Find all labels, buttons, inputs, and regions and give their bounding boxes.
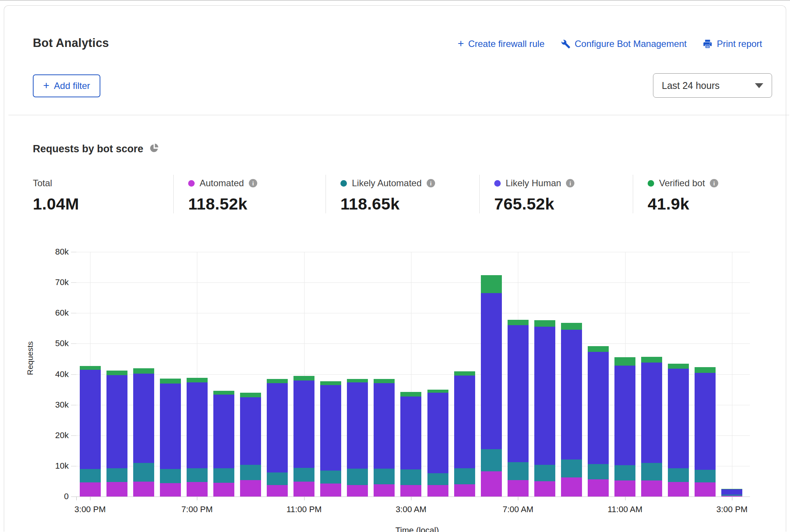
- bar-segment-likely-human[interactable]: [267, 383, 288, 472]
- bar-segment-likely-automated[interactable]: [293, 468, 314, 482]
- info-icon[interactable]: i: [427, 179, 435, 187]
- bar-segment-likely-automated[interactable]: [133, 463, 154, 482]
- bar-segment-verified-bot[interactable]: [668, 364, 689, 369]
- bar-segment-likely-human[interactable]: [187, 382, 208, 468]
- bar-segment-verified-bot[interactable]: [374, 379, 395, 383]
- bar-segment-likely-human[interactable]: [347, 382, 368, 469]
- bar-segment-likely-human[interactable]: [695, 373, 716, 470]
- bar-segment-likely-automated[interactable]: [668, 468, 689, 482]
- bar-segment-likely-automated[interactable]: [160, 469, 181, 483]
- bar-11:00 PM[interactable]: [293, 376, 314, 497]
- configure-bot-management-link[interactable]: Configure Bot Management: [561, 39, 687, 49]
- bar-segment-automated[interactable]: [106, 482, 127, 497]
- info-icon[interactable]: i: [566, 179, 574, 187]
- bar-segment-verified-bot[interactable]: [240, 393, 261, 398]
- bar-segment-verified-bot[interactable]: [80, 366, 101, 370]
- bar-segment-verified-bot[interactable]: [106, 371, 127, 375]
- bar-segment-likely-human[interactable]: [508, 325, 529, 462]
- bar-segment-likely-automated[interactable]: [374, 469, 395, 484]
- bar-segment-automated[interactable]: [80, 482, 101, 497]
- bar-segment-likely-automated[interactable]: [614, 465, 635, 480]
- bar-segment-verified-bot[interactable]: [614, 357, 635, 366]
- bar-segment-likely-human[interactable]: [374, 383, 395, 469]
- bar-10:00 PM[interactable]: [267, 379, 288, 497]
- bar-3:00 PM[interactable]: [721, 489, 742, 497]
- bar-segment-likely-human[interactable]: [534, 327, 555, 465]
- bar-segment-automated[interactable]: [641, 480, 662, 497]
- bar-7:00 AM[interactable]: [508, 320, 529, 497]
- bar-segment-automated[interactable]: [213, 483, 234, 497]
- bar-segment-likely-human[interactable]: [561, 330, 582, 460]
- bar-segment-likely-automated[interactable]: [561, 459, 582, 477]
- bar-segment-verified-bot[interactable]: [508, 320, 529, 325]
- bar-1:00 PM[interactable]: [668, 364, 689, 497]
- bar-segment-likely-automated[interactable]: [481, 449, 502, 471]
- bar-12:00 PM[interactable]: [641, 357, 662, 497]
- bar-segment-verified-bot[interactable]: [427, 390, 448, 393]
- bar-segment-automated[interactable]: [374, 484, 395, 497]
- bar-segment-likely-human[interactable]: [481, 293, 502, 449]
- bar-segment-likely-human[interactable]: [160, 384, 181, 469]
- bar-4:00 PM[interactable]: [106, 371, 127, 497]
- bar-6:00 PM[interactable]: [160, 379, 181, 497]
- bar-2:00 AM[interactable]: [374, 379, 395, 497]
- bar-segment-verified-bot[interactable]: [641, 357, 662, 363]
- bar-8:00 AM[interactable]: [534, 320, 555, 497]
- bar-segment-likely-human[interactable]: [213, 395, 234, 468]
- bar-segment-verified-bot[interactable]: [481, 275, 502, 293]
- bar-segment-automated[interactable]: [427, 485, 448, 497]
- bar-segment-automated[interactable]: [614, 480, 635, 497]
- bar-segment-verified-bot[interactable]: [213, 391, 234, 395]
- bar-segment-automated[interactable]: [481, 471, 502, 497]
- bar-segment-likely-human[interactable]: [614, 366, 635, 465]
- bar-segment-likely-automated[interactable]: [80, 469, 101, 482]
- bar-segment-automated[interactable]: [561, 477, 582, 497]
- bar-segment-likely-automated[interactable]: [213, 468, 234, 483]
- bar-segment-verified-bot[interactable]: [695, 367, 716, 372]
- bar-segment-verified-bot[interactable]: [347, 379, 368, 383]
- bar-segment-verified-bot[interactable]: [561, 323, 582, 330]
- bar-segment-verified-bot[interactable]: [588, 346, 609, 352]
- bar-segment-likely-automated[interactable]: [641, 463, 662, 480]
- add-filter-button[interactable]: + Add filter: [33, 74, 100, 97]
- bar-2:00 PM[interactable]: [695, 367, 716, 497]
- bar-segment-likely-human[interactable]: [721, 489, 742, 495]
- bar-segment-verified-bot[interactable]: [133, 368, 154, 374]
- bar-segment-automated[interactable]: [534, 481, 555, 497]
- bar-segment-automated[interactable]: [320, 484, 341, 497]
- bar-segment-likely-automated[interactable]: [534, 465, 555, 481]
- bar-1:00 AM[interactable]: [347, 379, 368, 497]
- bar-segment-likely-human[interactable]: [80, 370, 101, 469]
- bar-segment-verified-bot[interactable]: [267, 379, 288, 383]
- bar-segment-automated[interactable]: [347, 485, 368, 497]
- bar-segment-likely-automated[interactable]: [695, 470, 716, 483]
- bar-segment-likely-automated[interactable]: [240, 465, 261, 480]
- bar-segment-verified-bot[interactable]: [160, 379, 181, 384]
- bar-10:00 AM[interactable]: [588, 346, 609, 497]
- print-report-link[interactable]: Print report: [703, 39, 762, 49]
- bar-segment-likely-human[interactable]: [293, 380, 314, 468]
- bar-segment-automated[interactable]: [721, 496, 742, 497]
- bar-segment-verified-bot[interactable]: [187, 378, 208, 382]
- bar-segment-likely-human[interactable]: [320, 385, 341, 471]
- time-range-select[interactable]: Last 24 hours: [653, 73, 772, 98]
- bar-12:00 AM[interactable]: [320, 381, 341, 497]
- bar-segment-likely-automated[interactable]: [267, 472, 288, 485]
- bar-4:00 AM[interactable]: [427, 390, 448, 497]
- bar-5:00 PM[interactable]: [133, 368, 154, 497]
- info-icon[interactable]: i: [710, 179, 718, 187]
- bar-segment-likely-automated[interactable]: [508, 462, 529, 480]
- bar-segment-automated[interactable]: [133, 482, 154, 497]
- bar-segment-likely-automated[interactable]: [454, 468, 475, 484]
- bar-segment-likely-human[interactable]: [427, 393, 448, 473]
- bar-3:00 PM[interactable]: [80, 366, 101, 497]
- bar-8:00 PM[interactable]: [213, 391, 234, 497]
- bar-segment-likely-automated[interactable]: [588, 464, 609, 479]
- bar-segment-likely-automated[interactable]: [347, 469, 368, 485]
- bar-segment-automated[interactable]: [293, 482, 314, 497]
- bar-segment-automated[interactable]: [695, 482, 716, 497]
- bar-segment-verified-bot[interactable]: [293, 376, 314, 380]
- bar-9:00 PM[interactable]: [240, 393, 261, 497]
- bar-segment-automated[interactable]: [668, 482, 689, 497]
- bar-segment-automated[interactable]: [187, 482, 208, 497]
